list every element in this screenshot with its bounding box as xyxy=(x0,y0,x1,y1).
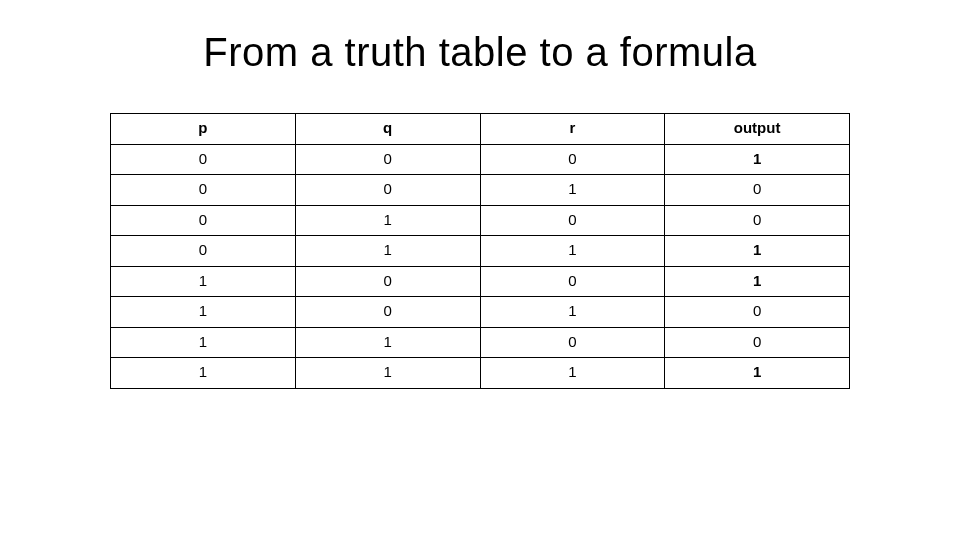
cell: 0 xyxy=(480,266,665,297)
cell-output: 0 xyxy=(665,297,850,328)
table-row: 0 1 0 0 xyxy=(111,205,850,236)
cell: 0 xyxy=(111,175,296,206)
cell: 1 xyxy=(111,297,296,328)
table-row: 1 1 1 1 xyxy=(111,358,850,389)
slide-title: From a truth table to a formula xyxy=(0,30,960,75)
cell: 1 xyxy=(480,297,665,328)
cell: 0 xyxy=(111,236,296,267)
cell: 1 xyxy=(111,266,296,297)
table-row: 0 0 1 0 xyxy=(111,175,850,206)
cell-output: 1 xyxy=(665,144,850,175)
cell: 0 xyxy=(295,297,480,328)
cell: 0 xyxy=(480,205,665,236)
table-row: 1 0 1 0 xyxy=(111,297,850,328)
cell: 0 xyxy=(480,327,665,358)
cell-output: 0 xyxy=(665,327,850,358)
col-header-q: q xyxy=(295,114,480,145)
cell: 1 xyxy=(295,236,480,267)
table-row: 0 1 1 1 xyxy=(111,236,850,267)
truth-table: p q r output 0 0 0 1 0 0 1 0 xyxy=(110,113,850,389)
cell: 0 xyxy=(295,144,480,175)
cell-output: 1 xyxy=(665,358,850,389)
cell-output: 0 xyxy=(665,205,850,236)
cell: 1 xyxy=(295,327,480,358)
cell: 1 xyxy=(480,175,665,206)
cell: 1 xyxy=(480,358,665,389)
cell: 0 xyxy=(295,175,480,206)
cell: 0 xyxy=(295,266,480,297)
slide: From a truth table to a formula p q r ou… xyxy=(0,0,960,540)
cell-output: 0 xyxy=(665,175,850,206)
cell: 0 xyxy=(111,205,296,236)
cell: 0 xyxy=(480,144,665,175)
col-header-output: output xyxy=(665,114,850,145)
cell: 1 xyxy=(480,236,665,267)
table-header-row: p q r output xyxy=(111,114,850,145)
cell: 1 xyxy=(295,358,480,389)
col-header-r: r xyxy=(480,114,665,145)
cell: 1 xyxy=(111,358,296,389)
table-row: 1 0 0 1 xyxy=(111,266,850,297)
cell: 1 xyxy=(295,205,480,236)
table-row: 0 0 0 1 xyxy=(111,144,850,175)
cell-output: 1 xyxy=(665,266,850,297)
cell: 0 xyxy=(111,144,296,175)
table-row: 1 1 0 0 xyxy=(111,327,850,358)
cell: 1 xyxy=(111,327,296,358)
truth-table-container: p q r output 0 0 0 1 0 0 1 0 xyxy=(110,113,850,389)
cell-output: 1 xyxy=(665,236,850,267)
col-header-p: p xyxy=(111,114,296,145)
